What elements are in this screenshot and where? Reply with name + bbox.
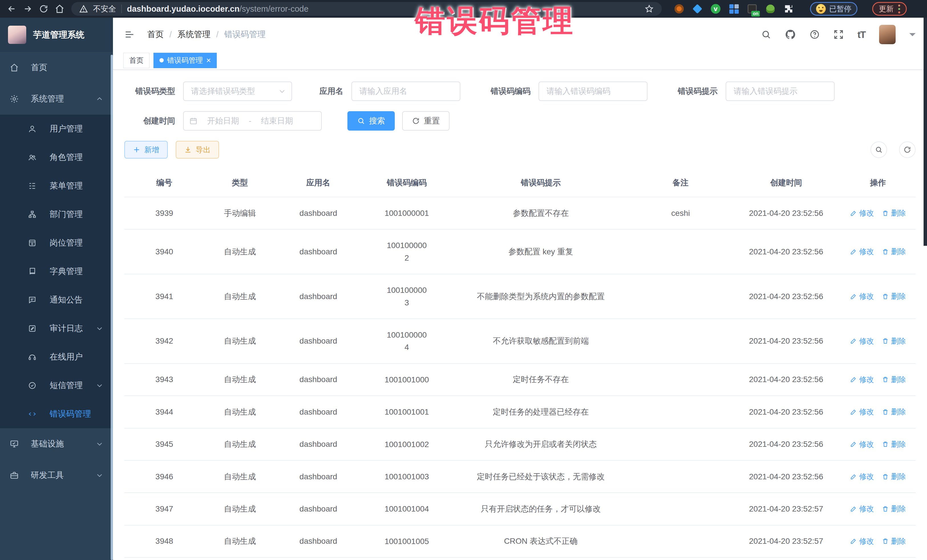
- col-header-type: 类型: [204, 169, 275, 197]
- extension-orange-icon[interactable]: [674, 3, 685, 14]
- sidebar-item-dev-tools[interactable]: 研发工具: [0, 460, 113, 491]
- browser-home-icon[interactable]: [54, 3, 65, 15]
- error-code-input[interactable]: [538, 82, 647, 101]
- github-icon[interactable]: [785, 29, 796, 40]
- error-type-select[interactable]: [183, 82, 292, 101]
- sidebar-toggle-icon[interactable]: [125, 29, 135, 39]
- browser-menu-icon[interactable]: [898, 5, 900, 14]
- search-icon[interactable]: [761, 29, 771, 39]
- breadcrumb-system[interactable]: 系统管理: [178, 29, 211, 40]
- edit-link[interactable]: 修改: [850, 247, 874, 256]
- delete-link[interactable]: 删除: [882, 291, 906, 301]
- sidebar-scrollbar[interactable]: [111, 55, 113, 560]
- date-range-picker[interactable]: -: [183, 111, 322, 131]
- extension-pin-icon[interactable]: [692, 3, 703, 14]
- delete-link[interactable]: 删除: [882, 208, 906, 218]
- end-date-input[interactable]: [253, 116, 301, 126]
- page-url[interactable]: dashboard.yudao.iocoder.cn/system/error-…: [127, 4, 308, 14]
- sidebar-item-online-users[interactable]: 在线用户: [0, 343, 113, 371]
- sidebar-item-label: 菜单管理: [50, 180, 83, 191]
- sidebar-item-home[interactable]: 首页: [0, 52, 113, 83]
- sidebar-item-user-management[interactable]: 用户管理: [0, 115, 113, 143]
- breadcrumb-home[interactable]: 首页: [147, 29, 164, 40]
- sidebar-item-label: 部门管理: [50, 209, 83, 220]
- extensions-puzzle-icon[interactable]: [783, 3, 794, 14]
- tab-error-code[interactable]: 错误码管理 ×: [153, 53, 217, 68]
- delete-link[interactable]: 删除: [882, 375, 906, 385]
- filter-label: 错误码编码: [480, 86, 530, 97]
- delete-link[interactable]: 删除: [882, 439, 906, 449]
- security-label[interactable]: 不安全: [93, 4, 116, 14]
- refresh-table-button[interactable]: [899, 141, 916, 158]
- extension-switch-icon[interactable]: on: [747, 3, 758, 14]
- sidebar-item-dict-management[interactable]: 字典管理: [0, 257, 113, 286]
- tab-home[interactable]: 首页: [123, 53, 149, 68]
- sidebar-item-menu-management[interactable]: 菜单管理: [0, 171, 113, 200]
- bookmark-star-icon[interactable]: [644, 4, 654, 14]
- browser-reload-icon[interactable]: [38, 3, 50, 15]
- address-bar[interactable]: 不安全 dashboard.yudao.iocoder.cn/system/er…: [71, 2, 662, 16]
- extension-cubes-icon[interactable]: [728, 3, 739, 14]
- app-title: 芋道管理系统: [33, 29, 84, 41]
- edit-link[interactable]: 修改: [850, 407, 874, 417]
- user-avatar[interactable]: [879, 25, 896, 44]
- edit-link[interactable]: 修改: [850, 504, 874, 514]
- edit-link[interactable]: 修改: [850, 291, 874, 301]
- reset-button[interactable]: 重置: [402, 111, 450, 131]
- help-icon[interactable]: [810, 29, 820, 39]
- edit-link[interactable]: 修改: [850, 336, 874, 346]
- profile-paused-badge[interactable]: 已暂停: [810, 2, 857, 16]
- avatar-caret-icon[interactable]: [909, 33, 916, 39]
- delete-link[interactable]: 删除: [882, 504, 906, 514]
- sidebar-item-post-management[interactable]: 岗位管理: [0, 229, 113, 257]
- table-toolbar: 新增 导出: [125, 141, 916, 159]
- browser-update-button[interactable]: 更新: [872, 2, 907, 16]
- browser-forward-icon[interactable]: [22, 3, 33, 15]
- sidebar-item-label: 岗位管理: [50, 237, 83, 249]
- sidebar-item-notice[interactable]: 通知公告: [0, 286, 113, 314]
- col-header-code: 错误码编码: [361, 169, 452, 197]
- app-name-input[interactable]: [351, 82, 460, 101]
- browser-back-icon[interactable]: [6, 3, 18, 15]
- tab-close-icon[interactable]: ×: [206, 56, 211, 64]
- extension-key-icon[interactable]: [765, 3, 776, 14]
- emoji-face-icon: [816, 4, 826, 14]
- update-label: 更新: [879, 4, 894, 14]
- trash-icon: [882, 248, 889, 255]
- sidebar-item-sms-management[interactable]: 短信管理: [0, 371, 113, 400]
- sidebar-item-system-management[interactable]: 系统管理: [0, 83, 113, 115]
- sidebar-item-dept-management[interactable]: 部门管理: [0, 200, 113, 229]
- delete-link[interactable]: 删除: [882, 336, 906, 346]
- add-button[interactable]: 新增: [125, 141, 168, 159]
- delete-link[interactable]: 删除: [882, 407, 906, 417]
- export-button[interactable]: 导出: [176, 141, 219, 159]
- edit-link[interactable]: 修改: [850, 208, 874, 218]
- fullscreen-icon[interactable]: [833, 29, 844, 39]
- logo-image: [8, 26, 26, 44]
- table-row: 3944 自动生成 dashboard 1001001001 定时任务的处理器已…: [125, 396, 916, 428]
- start-date-input[interactable]: [199, 116, 247, 126]
- sidebar-item-infrastructure[interactable]: 基础设施: [0, 428, 113, 460]
- window-scrollbar[interactable]: [924, 18, 927, 246]
- sidebar-item-role-management[interactable]: 角色管理: [0, 143, 113, 171]
- error-hint-input[interactable]: [726, 82, 834, 101]
- edit-link[interactable]: 修改: [850, 375, 874, 385]
- edit-link[interactable]: 修改: [850, 439, 874, 449]
- table-row: 3939 手动编辑 dashboard 1001000001 参数配置不存在 c…: [125, 197, 916, 229]
- font-size-icon[interactable]: tT: [857, 29, 865, 40]
- sidebar-item-audit-log[interactable]: 审计日志: [0, 314, 113, 343]
- edit-icon: [850, 473, 857, 480]
- edit-link[interactable]: 修改: [850, 536, 874, 546]
- sidebar-item-label: 基础设施: [31, 438, 64, 450]
- edit-link[interactable]: 修改: [850, 472, 874, 482]
- system-management-submenu: 用户管理 角色管理 菜单管理 部门管理 岗位管理 字典管理: [0, 115, 113, 428]
- app-logo[interactable]: 芋道管理系统: [0, 18, 113, 52]
- delete-link[interactable]: 删除: [882, 536, 906, 546]
- trash-icon: [882, 376, 889, 383]
- extension-check-icon[interactable]: v: [710, 3, 721, 14]
- search-button[interactable]: 搜索: [347, 111, 395, 131]
- toggle-search-button[interactable]: [871, 141, 887, 158]
- delete-link[interactable]: 删除: [882, 247, 906, 256]
- delete-link[interactable]: 删除: [882, 472, 906, 482]
- sidebar-item-error-code[interactable]: 错误码管理: [0, 400, 113, 428]
